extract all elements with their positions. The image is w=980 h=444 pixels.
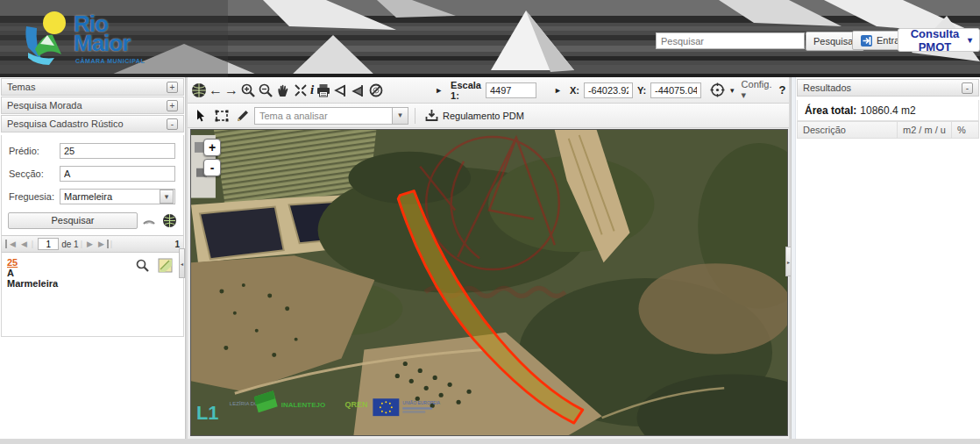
select-cursor-icon[interactable]: [191, 106, 210, 125]
zoom-in-tool-icon[interactable]: [240, 81, 256, 100]
zoom-to-selection-icon[interactable]: [293, 81, 309, 100]
y-coordinate-input[interactable]: [650, 82, 701, 98]
draw-pencil-icon[interactable]: [233, 106, 252, 125]
freguesia-select[interactable]: Marmeleira ▾: [60, 189, 175, 204]
seccao-field[interactable]: [60, 166, 175, 182]
freguesia-label: Freguesia:: [9, 191, 54, 202]
chevron-down-icon[interactable]: ▾: [160, 190, 174, 204]
area-total-label: Área total:: [805, 104, 856, 117]
section-label: Pesquisa Morada: [7, 100, 167, 111]
measure-distance-icon[interactable]: [333, 81, 349, 100]
collapse-icon[interactable]: -: [167, 118, 178, 130]
results-panel-header[interactable]: Resultados -: [797, 79, 979, 97]
logo-subtitle: CÂMARA MUNICIPAL: [75, 58, 145, 64]
regulamento-pdm-button[interactable]: Regulamento PDM: [422, 109, 528, 122]
map-zoom-out-button[interactable]: -: [203, 159, 221, 176]
measure-area-icon[interactable]: [351, 81, 366, 100]
column-m2: m2 / m / u: [898, 122, 952, 138]
left-arrow-icon: ←: [209, 82, 223, 98]
clear-selection-icon[interactable]: [368, 81, 384, 100]
escala-label: Escala 1:: [448, 80, 484, 101]
center-target-icon[interactable]: [710, 81, 725, 100]
page-number-input[interactable]: [38, 238, 59, 250]
clear-search-icon[interactable]: [140, 211, 158, 229]
page-of-label: de 1: [61, 240, 78, 249]
last-page-button[interactable]: ▶: [96, 240, 109, 248]
sidebar-section-pesquisa-morada[interactable]: Pesquisa Morada +: [1, 97, 184, 114]
full-extent-globe-icon[interactable]: [191, 81, 207, 100]
chevron-down-icon: ▾: [742, 90, 747, 100]
map-zoom-in-button[interactable]: +: [203, 139, 221, 156]
eu-label: UNIÃO EUROPEIA: [402, 400, 441, 405]
expand-icon[interactable]: +: [167, 100, 178, 111]
section-label: Temas: [7, 82, 167, 92]
next-page-button[interactable]: ▶: [84, 240, 96, 248]
target-dropdown-icon[interactable]: ▾: [727, 86, 738, 95]
result-predio-link[interactable]: 25: [7, 257, 178, 268]
print-icon[interactable]: [316, 81, 331, 100]
search-button-label: Pesquisar: [813, 36, 856, 47]
download-icon: [425, 109, 438, 122]
area-total-row: Área total: 10860.4 m2: [797, 100, 979, 121]
coords-section-arrow-icon[interactable]: ►: [550, 86, 565, 95]
zoom-out-tool-icon[interactable]: [258, 81, 273, 100]
seccao-label: Secção:: [9, 168, 44, 179]
map-canvas[interactable]: L1 LEZÍRIA DO TEJO INALENTEJO QREN UNIÃO…: [190, 129, 788, 436]
rio-maior-logo[interactable]: Rio Maior CÂMARA MUNICIPAL: [23, 9, 172, 72]
result-freguesia: Marmeleira: [7, 278, 178, 289]
collapse-arrow-icon: ◂: [181, 261, 183, 267]
zoom-results-globe-icon[interactable]: [160, 211, 178, 229]
x-label: X:: [567, 85, 582, 96]
collapse-sidebar-handle[interactable]: ◂: [179, 248, 185, 278]
cadastro-search-panel: Prédio: Secção: Freguesia: Marmeleira ▾ …: [1, 135, 184, 337]
x-coordinate-input[interactable]: [584, 82, 633, 98]
chevron-down-icon[interactable]: ▾: [392, 108, 408, 124]
consulta-pmot-label: Consulta PMOT: [905, 27, 964, 54]
scale-section-arrow-icon[interactable]: ►: [431, 86, 446, 95]
pan-hand-icon[interactable]: [275, 81, 291, 100]
tema-analisar-select[interactable]: Tema a analisar ▾: [254, 107, 408, 125]
page-bottom-strip: [0, 439, 980, 444]
map-area: ← → i ► Escala 1: ► X:: [188, 77, 789, 439]
collapse-icon[interactable]: -: [962, 82, 973, 94]
identify-info-icon[interactable]: i: [310, 81, 314, 100]
chevron-down-icon: ▾: [968, 35, 972, 45]
config-menu[interactable]: Config. ▾: [740, 79, 774, 101]
expand-icon[interactable]: +: [167, 82, 178, 93]
qren-logo: QREN: [344, 400, 367, 409]
first-page-button[interactable]: ◀: [5, 240, 18, 248]
freguesia-value: Marmeleira: [64, 191, 160, 202]
previous-extent-icon[interactable]: ←: [209, 81, 223, 100]
regulamento-label: Regulamento PDM: [443, 111, 524, 121]
escala-input[interactable]: [486, 82, 536, 98]
map-toolbar-main: ← → i ► Escala 1: ► X:: [188, 77, 789, 104]
left-sidebar: Temas + Pesquisa Morada + Pesquisa Cadas…: [0, 77, 186, 444]
help-button[interactable]: ?: [775, 83, 789, 97]
panel-resize-gutter[interactable]: [792, 77, 796, 444]
total-results-count: 1: [174, 240, 180, 249]
select-rectangle-icon[interactable]: [212, 106, 231, 125]
results-table-header: Descrição m2 / m / u %: [797, 121, 979, 139]
prev-page-button[interactable]: ◀: [18, 240, 30, 248]
predio-field[interactable]: [60, 143, 175, 159]
zoom-to-result-icon[interactable]: [135, 258, 151, 274]
result-section: A: [7, 268, 178, 278]
predio-label: Prédio:: [9, 146, 39, 156]
inalentejo-logo: INALENTEJO: [281, 401, 325, 409]
consulta-pmot-button[interactable]: Consulta PMOT ▾: [898, 28, 980, 52]
cadastro-search-button[interactable]: Pesquisar: [8, 212, 138, 229]
tema-placeholder: Tema a analisar: [259, 111, 328, 121]
rio-maior-emblem-icon: [23, 9, 74, 67]
leziria-l1-logo: L1: [196, 402, 219, 424]
toolbar-divider: [415, 108, 415, 124]
right-arrow-icon: →: [224, 82, 238, 98]
sidebar-section-temas[interactable]: Temas +: [1, 78, 184, 96]
results-title: Resultados: [803, 82, 962, 93]
search-input[interactable]: [656, 32, 805, 49]
y-label: Y:: [635, 85, 649, 96]
sidebar-section-cadastro-rustico[interactable]: Pesquisa Cadastro Rústico -: [1, 115, 184, 132]
next-extent-icon[interactable]: →: [224, 81, 238, 100]
logo-title: Rio Maior: [74, 14, 130, 53]
open-map-sheet-icon[interactable]: [158, 258, 174, 274]
result-row[interactable]: 25 A Marmeleira: [2, 254, 183, 297]
